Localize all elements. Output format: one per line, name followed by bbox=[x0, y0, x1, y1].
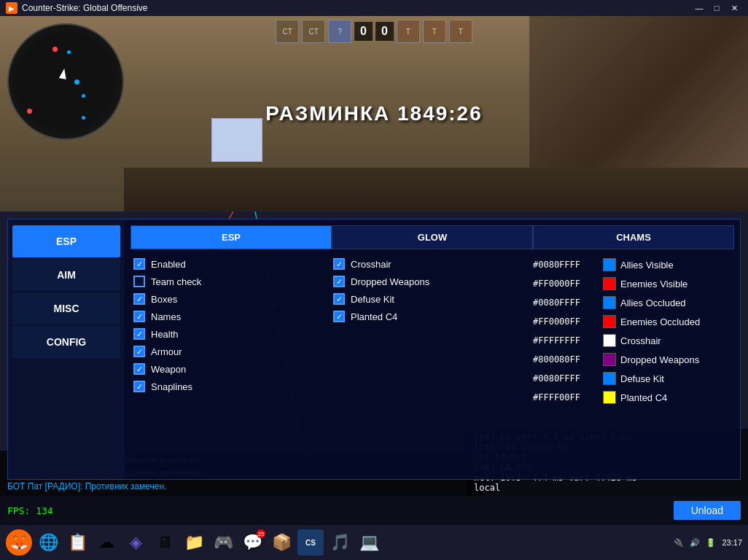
checkbox[interactable]: ✓ bbox=[133, 258, 145, 270]
taskbar-vs[interactable]: ◈ bbox=[122, 529, 149, 556]
taskbar-download[interactable]: 📦 bbox=[268, 529, 295, 556]
esp-content: ✓EnabledTeam check✓Boxes✓Names✓Health✓Ar… bbox=[130, 257, 734, 473]
esp-check-item[interactable]: ✓Names bbox=[130, 309, 323, 324]
color-hex: #0080FFFF bbox=[533, 373, 599, 384]
glow-check-item[interactable]: ✓Crosshair bbox=[330, 257, 523, 271]
check-label: Names bbox=[151, 311, 181, 322]
checkbox[interactable]: ✓ bbox=[133, 381, 145, 392]
minimize-button[interactable]: — bbox=[691, 1, 707, 15]
hud-ct-icon: CT bbox=[276, 20, 299, 43]
color-swatch[interactable] bbox=[603, 277, 616, 290]
checkbox[interactable]: ✓ bbox=[333, 258, 345, 270]
check-label: Health bbox=[151, 329, 179, 340]
radar bbox=[7, 23, 124, 140]
checkbox[interactable]: ✓ bbox=[133, 363, 145, 375]
checkbox[interactable]: ✓ bbox=[133, 311, 145, 322]
color-swatch[interactable] bbox=[603, 258, 616, 271]
checkbox[interactable]: ✓ bbox=[333, 293, 345, 305]
color-name: Allies Visible bbox=[620, 260, 674, 271]
hud-help-icon: ? bbox=[328, 20, 351, 43]
taskbar-clock: 23:17 bbox=[722, 538, 742, 547]
radar-dot-ally1 bbox=[67, 50, 71, 54]
sidebar-item-config[interactable]: CONFIG bbox=[12, 326, 120, 358]
radar-dot-self bbox=[74, 79, 79, 85]
glow-check-item[interactable]: ✓Dropped Weapons bbox=[330, 274, 523, 289]
taskbar-files[interactable]: 📋 bbox=[64, 529, 90, 556]
taskbar-browser[interactable]: 🌐 bbox=[35, 529, 61, 556]
esp-check-item[interactable]: ✓Boxes bbox=[130, 292, 323, 306]
hud-left-score: 0 bbox=[354, 22, 373, 41]
checkbox[interactable]: ✓ bbox=[133, 293, 145, 305]
taskbar-cs[interactable]: CS bbox=[297, 529, 324, 556]
color-hex: #FF0000FF bbox=[533, 279, 599, 289]
color-name: Defuse Kit bbox=[620, 373, 664, 384]
color-name: Enemies Visible bbox=[620, 279, 687, 289]
checkbox[interactable]: ✓ bbox=[133, 328, 145, 340]
game-floor bbox=[124, 168, 748, 211]
status-bar: FPS: 134 Unload bbox=[0, 496, 748, 525]
check-label: Dropped Weapons bbox=[351, 276, 429, 287]
esp-check-item[interactable]: Team check bbox=[130, 274, 323, 289]
color-item[interactable]: #FF0000FFEnemies Visible bbox=[530, 276, 734, 292]
maximize-button[interactable]: □ bbox=[709, 1, 725, 15]
color-swatch[interactable] bbox=[603, 315, 616, 328]
close-button[interactable]: ✕ bbox=[726, 1, 742, 15]
radar-dot-ally2 bbox=[82, 94, 85, 98]
unload-button[interactable]: Unload bbox=[674, 501, 741, 520]
color-item[interactable]: #FF0000FFEnemies Occluded bbox=[530, 314, 734, 330]
radar-direction bbox=[59, 68, 68, 79]
color-swatch[interactable] bbox=[603, 353, 616, 366]
checkbox[interactable]: ✓ bbox=[333, 311, 345, 322]
taskbar-chat[interactable]: 💬25 bbox=[239, 529, 265, 556]
color-name: Dropped Weapons bbox=[620, 354, 699, 365]
color-item[interactable]: #0080FFFFAllies Visible bbox=[530, 257, 734, 273]
glow-check-item[interactable]: ✓Planted C4 bbox=[330, 309, 523, 324]
radar-dot-ally3 bbox=[82, 116, 85, 120]
game-object bbox=[211, 118, 262, 162]
color-swatch[interactable] bbox=[603, 391, 616, 404]
taskbar-monitor[interactable]: 🖥 bbox=[152, 529, 178, 556]
esp-check-item[interactable]: ✓Weapon bbox=[130, 362, 323, 376]
color-item[interactable]: #FFFFFFFFCrosshair bbox=[530, 332, 734, 349]
tab-esp[interactable]: ESP bbox=[130, 225, 332, 249]
stat-locale: local bbox=[474, 483, 741, 493]
sidebar-item-esp[interactable]: ESP bbox=[12, 225, 120, 257]
esp-check-item[interactable]: ✓Snaplines bbox=[130, 379, 323, 394]
color-item[interactable]: #0080FFFFDefuse Kit bbox=[530, 370, 734, 386]
esp-check-item[interactable]: ✓Armour bbox=[130, 344, 323, 359]
esp-check-item[interactable]: ✓Enabled bbox=[130, 257, 323, 271]
color-hex: #FFFF00FF bbox=[533, 392, 599, 402]
color-swatch[interactable] bbox=[603, 334, 616, 347]
sidebar-item-aim[interactable]: AIM bbox=[12, 259, 120, 291]
taskbar-music[interactable]: 🎵 bbox=[327, 529, 353, 556]
color-swatch[interactable] bbox=[603, 372, 616, 385]
taskbar-settings[interactable]: 💻 bbox=[356, 529, 382, 556]
color-name: Planted C4 bbox=[620, 392, 667, 403]
color-item[interactable]: #0080FFFFAllies Occluded bbox=[530, 295, 734, 311]
color-item[interactable]: #800080FFDropped Weapons bbox=[530, 351, 734, 368]
start-button[interactable]: 🦊 bbox=[6, 529, 32, 556]
check-label: Snaplines bbox=[151, 381, 192, 392]
check-label: Crosshair bbox=[351, 259, 391, 270]
esp-check-item[interactable]: ✓Health bbox=[130, 327, 323, 341]
taskbar-gamepad[interactable]: 🎮 bbox=[210, 529, 236, 556]
taskbar-folder[interactable]: 📁 bbox=[181, 529, 207, 556]
tab-chams[interactable]: CHAMS bbox=[533, 225, 734, 249]
check-label: Weapon bbox=[151, 364, 186, 375]
check-label: Team check bbox=[151, 276, 201, 287]
checkbox[interactable]: ✓ bbox=[333, 276, 345, 287]
checkbox[interactable] bbox=[133, 276, 145, 287]
color-swatch[interactable] bbox=[603, 296, 616, 309]
esp-check-column: ✓EnabledTeam check✓Boxes✓Names✓Health✓Ar… bbox=[130, 257, 323, 473]
sidebar-item-misc[interactable]: MISC bbox=[12, 292, 120, 324]
color-item[interactable]: #FFFF00FFPlanted C4 bbox=[530, 389, 734, 405]
taskbar-steam[interactable]: ☁ bbox=[93, 529, 120, 556]
taskbar-sound: 🔊 bbox=[690, 538, 700, 548]
radar-dot-enemy2 bbox=[27, 109, 32, 114]
check-label: Armour bbox=[151, 346, 182, 357]
taskbar-network: 🔌 bbox=[674, 538, 684, 548]
glow-check-item[interactable]: ✓Defuse Kit bbox=[330, 292, 523, 306]
checkbox[interactable]: ✓ bbox=[133, 346, 145, 357]
tab-glow[interactable]: GLOW bbox=[332, 225, 533, 249]
color-name: Enemies Occluded bbox=[620, 316, 700, 327]
